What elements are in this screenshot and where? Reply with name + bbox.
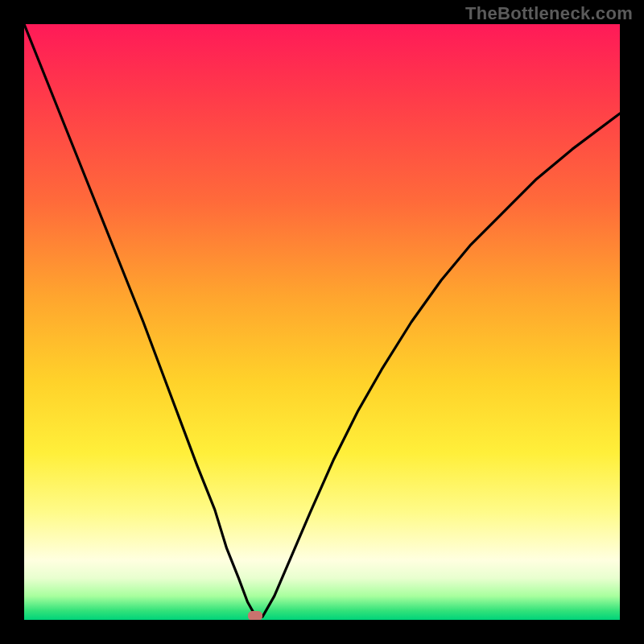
curve-path [24,24,620,617]
plot-area [24,24,620,620]
chart-frame: TheBottleneck.com [0,0,644,644]
minimum-marker [248,611,262,620]
watermark-text: TheBottleneck.com [465,3,633,24]
bottleneck-curve [24,24,620,620]
